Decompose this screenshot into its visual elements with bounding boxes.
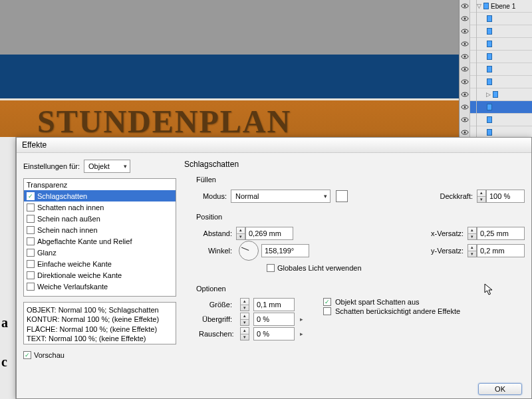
mode-combo[interactable]: Normal — [231, 190, 331, 203]
svg-point-9 — [464, 56, 466, 58]
effect-list-item[interactable]: Weiche Verlaufskante — [24, 281, 176, 292]
side-letter: c — [1, 354, 7, 370]
layer-color-swatch — [487, 129, 492, 136]
settings-for-combo[interactable]: Objekt — [84, 160, 130, 173]
angle-dial[interactable] — [239, 241, 259, 261]
size-stepper[interactable]: ▴▾ — [240, 298, 249, 311]
effect-checkbox[interactable] — [27, 203, 35, 211]
visibility-icon[interactable] — [460, 88, 470, 101]
ok-button[interactable]: OK — [478, 383, 522, 395]
effect-checkbox[interactable] — [27, 271, 35, 279]
layer-color-swatch — [487, 53, 492, 60]
effects-summary: OBJEKT: Normal 100 %; Schlagschatten KON… — [23, 302, 176, 344]
spread-stepper[interactable]: ▴▾ — [240, 313, 249, 326]
slider-arrow-icon[interactable]: ▸ — [300, 316, 303, 323]
effect-checkbox[interactable] — [27, 237, 35, 245]
spread-field[interactable] — [253, 313, 295, 326]
effect-label: Abgeflachte Kante und Relief — [37, 237, 132, 245]
svg-point-15 — [464, 94, 466, 96]
visibility-icon[interactable] — [460, 76, 470, 88]
effect-label: Einfache weiche Kante — [37, 260, 112, 268]
distance-label: Abstand: — [184, 229, 236, 237]
effects-list[interactable]: Transparenz ✓SchlagschattenSchatten nach… — [23, 178, 176, 297]
svg-point-19 — [464, 119, 466, 121]
angle-field[interactable] — [261, 244, 309, 257]
layer-row[interactable] — [460, 76, 532, 88]
global-light-checkbox[interactable] — [267, 264, 275, 272]
svg-point-17 — [464, 106, 466, 108]
settings-for-label: Einstellungen für: — [23, 162, 80, 170]
layer-color-swatch — [487, 66, 492, 72]
layer-color-swatch — [487, 41, 492, 47]
opacity-field[interactable] — [486, 190, 525, 203]
effect-checkbox[interactable]: ✓ — [27, 192, 35, 200]
slider-arrow-icon[interactable]: ▸ — [300, 331, 303, 337]
effect-checkbox[interactable] — [27, 283, 35, 291]
effect-label: Schlagschatten — [37, 192, 87, 200]
visibility-icon[interactable] — [460, 114, 470, 126]
svg-point-11 — [464, 68, 466, 70]
opacity-stepper[interactable]: ▴▾ — [477, 190, 486, 203]
effect-list-item[interactable]: Einfache weiche Kante — [24, 258, 176, 269]
layer-color-swatch — [487, 15, 492, 22]
y-offset-field[interactable] — [477, 244, 525, 257]
layers-panel[interactable]: ▽ Ebene 1 ▷ — [459, 0, 532, 137]
noise-field[interactable] — [253, 327, 295, 340]
layer-row[interactable]: ▷ — [460, 88, 532, 101]
layer-row[interactable] — [460, 25, 532, 38]
y-offset-label: y-Versatz: — [424, 247, 467, 255]
visibility-icon[interactable] — [460, 13, 470, 25]
effect-checkbox[interactable] — [27, 226, 35, 234]
effect-list-item[interactable]: Schein nach innen — [24, 224, 176, 235]
layer-color-swatch — [493, 91, 498, 98]
effect-label: Glanz — [37, 249, 57, 257]
distance-stepper[interactable]: ▴▾ — [236, 227, 245, 240]
size-field[interactable] — [253, 298, 295, 311]
effects-list-header[interactable]: Transparenz — [24, 179, 176, 190]
layer-parent-row[interactable]: ▽ Ebene 1 — [460, 0, 532, 13]
layer-color-swatch — [483, 3, 489, 9]
effect-checkbox[interactable] — [27, 215, 35, 223]
visibility-icon[interactable] — [460, 63, 470, 76]
distance-field[interactable] — [245, 227, 293, 240]
visibility-icon[interactable] — [460, 101, 470, 114]
effect-list-item[interactable]: ✓Schlagschatten — [24, 190, 176, 201]
effect-label: Direktionale weiche Kante — [37, 271, 122, 279]
size-label: Größe: — [199, 301, 236, 309]
visibility-icon[interactable] — [460, 0, 470, 13]
effect-list-item[interactable]: Direktionale weiche Kante — [24, 269, 176, 281]
document-title: STUNDENPLAN — [0, 100, 459, 140]
x-offset-stepper[interactable]: ▴▾ — [467, 227, 477, 240]
layer-color-swatch — [487, 116, 492, 123]
svg-point-3 — [464, 18, 466, 20]
layer-name[interactable]: Ebene 1 — [489, 3, 515, 10]
effect-list-item[interactable]: Schein nach außen — [24, 213, 176, 224]
honors-checkbox[interactable] — [323, 307, 331, 315]
layer-row[interactable] — [460, 101, 532, 114]
disclosure-triangle-icon[interactable]: ▷ — [486, 91, 491, 98]
shadow-color-swatch[interactable] — [336, 190, 348, 202]
visibility-icon[interactable] — [460, 51, 470, 63]
global-light-label: Globales Licht verwenden — [277, 264, 362, 272]
effect-checkbox[interactable] — [27, 260, 35, 268]
visibility-icon[interactable] — [460, 38, 470, 51]
layer-row[interactable] — [460, 63, 532, 76]
layer-row[interactable] — [460, 13, 532, 25]
effect-checkbox[interactable] — [27, 249, 35, 257]
y-offset-stepper[interactable]: ▴▾ — [467, 244, 477, 257]
layer-row[interactable] — [460, 38, 532, 51]
effect-list-item[interactable]: Schatten nach innen — [24, 201, 176, 213]
effect-list-item[interactable]: Abgeflachte Kante und Relief — [24, 235, 176, 247]
noise-stepper[interactable]: ▴▾ — [240, 327, 249, 340]
knockout-checkbox[interactable]: ✓ — [323, 298, 331, 306]
layer-row[interactable] — [460, 51, 532, 63]
preview-label: Vorschau — [34, 351, 65, 359]
section-title: Schlagschatten — [184, 160, 525, 169]
visibility-icon[interactable] — [460, 25, 470, 38]
effect-list-item[interactable]: Glanz — [24, 247, 176, 258]
preview-checkbox[interactable]: ✓ — [23, 351, 31, 359]
effect-label: Schein nach außen — [37, 215, 100, 223]
x-offset-field[interactable] — [477, 227, 525, 240]
disclosure-triangle-icon[interactable]: ▽ — [477, 3, 481, 9]
layer-row[interactable] — [460, 114, 532, 126]
